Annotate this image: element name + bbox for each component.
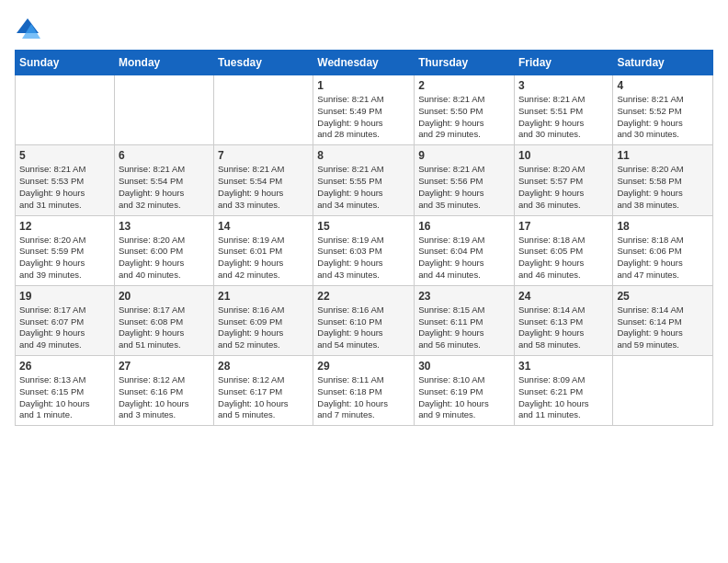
day-info: Sunrise: 8:21 AM Sunset: 5:53 PM Dayligh… bbox=[19, 164, 110, 211]
day-of-week-friday: Friday bbox=[514, 51, 612, 75]
day-info: Sunrise: 8:19 AM Sunset: 6:03 PM Dayligh… bbox=[317, 235, 410, 282]
day-info: Sunrise: 8:09 AM Sunset: 6:21 PM Dayligh… bbox=[518, 374, 609, 421]
calendar-cell: 13Sunrise: 8:20 AM Sunset: 6:00 PM Dayli… bbox=[114, 215, 213, 285]
day-number: 12 bbox=[19, 220, 110, 233]
day-info: Sunrise: 8:16 AM Sunset: 6:09 PM Dayligh… bbox=[218, 304, 309, 351]
calendar-cell: 19Sunrise: 8:17 AM Sunset: 6:07 PM Dayli… bbox=[16, 285, 115, 355]
calendar-week-1: 1Sunrise: 8:21 AM Sunset: 5:49 PM Daylig… bbox=[16, 75, 713, 145]
day-info: Sunrise: 8:20 AM Sunset: 5:59 PM Dayligh… bbox=[19, 235, 110, 282]
calendar-header: SundayMondayTuesdayWednesdayThursdayFrid… bbox=[16, 51, 713, 75]
day-info: Sunrise: 8:17 AM Sunset: 6:08 PM Dayligh… bbox=[119, 304, 210, 351]
day-info: Sunrise: 8:21 AM Sunset: 5:56 PM Dayligh… bbox=[418, 164, 510, 211]
day-number: 27 bbox=[119, 360, 210, 373]
day-of-week-tuesday: Tuesday bbox=[214, 51, 313, 75]
day-number: 22 bbox=[317, 290, 410, 303]
day-number: 11 bbox=[617, 149, 709, 162]
day-number: 16 bbox=[418, 220, 510, 233]
day-number: 6 bbox=[119, 149, 210, 162]
day-number: 1 bbox=[317, 79, 410, 92]
day-number: 21 bbox=[218, 290, 309, 303]
day-number: 2 bbox=[418, 79, 510, 92]
day-number: 26 bbox=[19, 360, 110, 373]
day-number: 28 bbox=[218, 360, 309, 373]
day-number: 29 bbox=[317, 360, 410, 373]
day-number: 10 bbox=[518, 149, 609, 162]
day-info: Sunrise: 8:21 AM Sunset: 5:54 PM Dayligh… bbox=[119, 164, 210, 211]
day-number: 23 bbox=[418, 290, 510, 303]
day-number: 8 bbox=[317, 149, 410, 162]
day-info: Sunrise: 8:15 AM Sunset: 6:11 PM Dayligh… bbox=[418, 304, 510, 351]
calendar-cell bbox=[114, 75, 213, 145]
day-number: 13 bbox=[119, 220, 210, 233]
day-info: Sunrise: 8:21 AM Sunset: 5:54 PM Dayligh… bbox=[218, 164, 309, 211]
logo bbox=[15, 15, 44, 40]
calendar-cell: 26Sunrise: 8:13 AM Sunset: 6:15 PM Dayli… bbox=[16, 356, 115, 426]
calendar-week-4: 19Sunrise: 8:17 AM Sunset: 6:07 PM Dayli… bbox=[16, 285, 713, 355]
page-header bbox=[15, 15, 713, 40]
day-number: 31 bbox=[518, 360, 609, 373]
day-info: Sunrise: 8:19 AM Sunset: 6:01 PM Dayligh… bbox=[218, 235, 309, 282]
calendar-cell: 18Sunrise: 8:18 AM Sunset: 6:06 PM Dayli… bbox=[613, 215, 713, 285]
calendar-cell bbox=[613, 356, 713, 426]
calendar-cell: 25Sunrise: 8:14 AM Sunset: 6:14 PM Dayli… bbox=[613, 285, 713, 355]
calendar-cell: 20Sunrise: 8:17 AM Sunset: 6:08 PM Dayli… bbox=[114, 285, 213, 355]
day-info: Sunrise: 8:18 AM Sunset: 6:05 PM Dayligh… bbox=[518, 235, 609, 282]
calendar-cell: 12Sunrise: 8:20 AM Sunset: 5:59 PM Dayli… bbox=[16, 215, 115, 285]
calendar-cell: 8Sunrise: 8:21 AM Sunset: 5:55 PM Daylig… bbox=[313, 145, 415, 215]
day-info: Sunrise: 8:20 AM Sunset: 5:58 PM Dayligh… bbox=[617, 164, 709, 211]
calendar-cell: 17Sunrise: 8:18 AM Sunset: 6:05 PM Dayli… bbox=[514, 215, 612, 285]
day-number: 24 bbox=[518, 290, 609, 303]
day-info: Sunrise: 8:21 AM Sunset: 5:55 PM Dayligh… bbox=[317, 164, 410, 211]
day-number: 14 bbox=[218, 220, 309, 233]
day-info: Sunrise: 8:12 AM Sunset: 6:16 PM Dayligh… bbox=[119, 374, 210, 421]
day-info: Sunrise: 8:12 AM Sunset: 6:17 PM Dayligh… bbox=[218, 374, 309, 421]
day-info: Sunrise: 8:21 AM Sunset: 5:52 PM Dayligh… bbox=[617, 94, 709, 141]
day-info: Sunrise: 8:21 AM Sunset: 5:50 PM Dayligh… bbox=[418, 94, 510, 141]
calendar-body: 1Sunrise: 8:21 AM Sunset: 5:49 PM Daylig… bbox=[16, 75, 713, 426]
day-of-week-sunday: Sunday bbox=[16, 51, 115, 75]
calendar-cell: 31Sunrise: 8:09 AM Sunset: 6:21 PM Dayli… bbox=[514, 356, 612, 426]
calendar-cell: 9Sunrise: 8:21 AM Sunset: 5:56 PM Daylig… bbox=[415, 145, 515, 215]
calendar-cell: 21Sunrise: 8:16 AM Sunset: 6:09 PM Dayli… bbox=[214, 285, 313, 355]
day-number: 20 bbox=[119, 290, 210, 303]
day-info: Sunrise: 8:21 AM Sunset: 5:51 PM Dayligh… bbox=[518, 94, 609, 141]
page-container: SundayMondayTuesdayWednesdayThursdayFrid… bbox=[0, 0, 728, 563]
calendar-cell: 22Sunrise: 8:16 AM Sunset: 6:10 PM Dayli… bbox=[313, 285, 415, 355]
day-number: 19 bbox=[19, 290, 110, 303]
calendar-cell: 2Sunrise: 8:21 AM Sunset: 5:50 PM Daylig… bbox=[415, 75, 515, 145]
day-number: 18 bbox=[617, 220, 709, 233]
calendar-cell bbox=[214, 75, 313, 145]
calendar-cell: 3Sunrise: 8:21 AM Sunset: 5:51 PM Daylig… bbox=[514, 75, 612, 145]
day-info: Sunrise: 8:17 AM Sunset: 6:07 PM Dayligh… bbox=[19, 304, 110, 351]
day-number: 4 bbox=[617, 79, 709, 92]
calendar-cell: 30Sunrise: 8:10 AM Sunset: 6:19 PM Dayli… bbox=[415, 356, 515, 426]
day-info: Sunrise: 8:21 AM Sunset: 5:49 PM Dayligh… bbox=[317, 94, 410, 141]
calendar-cell: 4Sunrise: 8:21 AM Sunset: 5:52 PM Daylig… bbox=[613, 75, 713, 145]
calendar-cell: 1Sunrise: 8:21 AM Sunset: 5:49 PM Daylig… bbox=[313, 75, 415, 145]
day-info: Sunrise: 8:18 AM Sunset: 6:06 PM Dayligh… bbox=[617, 235, 709, 282]
calendar-cell bbox=[16, 75, 115, 145]
calendar-cell: 23Sunrise: 8:15 AM Sunset: 6:11 PM Dayli… bbox=[415, 285, 515, 355]
day-info: Sunrise: 8:11 AM Sunset: 6:18 PM Dayligh… bbox=[317, 374, 410, 421]
day-of-week-monday: Monday bbox=[114, 51, 213, 75]
calendar-cell: 28Sunrise: 8:12 AM Sunset: 6:17 PM Dayli… bbox=[214, 356, 313, 426]
day-number: 15 bbox=[317, 220, 410, 233]
day-info: Sunrise: 8:19 AM Sunset: 6:04 PM Dayligh… bbox=[418, 235, 510, 282]
day-info: Sunrise: 8:16 AM Sunset: 6:10 PM Dayligh… bbox=[317, 304, 410, 351]
day-number: 7 bbox=[218, 149, 309, 162]
day-number: 5 bbox=[19, 149, 110, 162]
calendar-cell: 24Sunrise: 8:14 AM Sunset: 6:13 PM Dayli… bbox=[514, 285, 612, 355]
calendar-cell: 11Sunrise: 8:20 AM Sunset: 5:58 PM Dayli… bbox=[613, 145, 713, 215]
day-number: 30 bbox=[418, 360, 510, 373]
day-number: 25 bbox=[617, 290, 709, 303]
calendar-table: SundayMondayTuesdayWednesdayThursdayFrid… bbox=[15, 50, 713, 426]
day-number: 17 bbox=[518, 220, 609, 233]
calendar-cell: 29Sunrise: 8:11 AM Sunset: 6:18 PM Dayli… bbox=[313, 356, 415, 426]
day-info: Sunrise: 8:10 AM Sunset: 6:19 PM Dayligh… bbox=[418, 374, 510, 421]
logo-icon bbox=[15, 15, 40, 40]
day-info: Sunrise: 8:14 AM Sunset: 6:14 PM Dayligh… bbox=[617, 304, 709, 351]
calendar-week-3: 12Sunrise: 8:20 AM Sunset: 5:59 PM Dayli… bbox=[16, 215, 713, 285]
calendar-cell: 10Sunrise: 8:20 AM Sunset: 5:57 PM Dayli… bbox=[514, 145, 612, 215]
calendar-week-2: 5Sunrise: 8:21 AM Sunset: 5:53 PM Daylig… bbox=[16, 145, 713, 215]
calendar-cell: 6Sunrise: 8:21 AM Sunset: 5:54 PM Daylig… bbox=[114, 145, 213, 215]
